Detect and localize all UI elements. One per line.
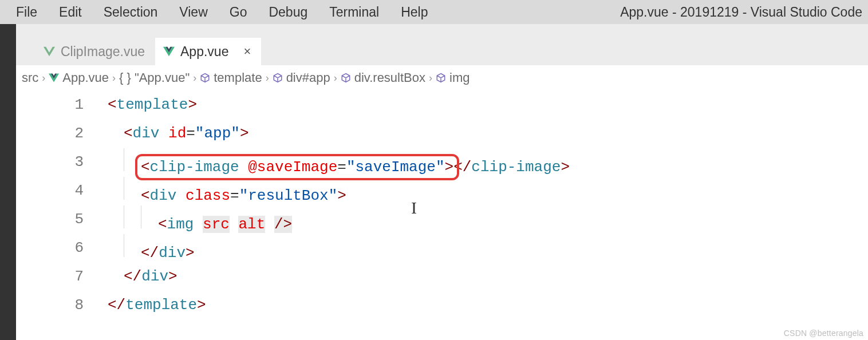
code-line[interactable]: 4<div class="resultBox"> [16, 176, 868, 205]
close-icon[interactable]: × [243, 44, 251, 59]
chevron-right-icon: › [112, 72, 116, 84]
menu-selection[interactable]: Selection [104, 5, 158, 20]
menu-help[interactable]: Help [401, 5, 428, 20]
tab-clipimage[interactable]: ClipImage.vue [35, 38, 155, 65]
crumb-template[interactable]: template [200, 70, 262, 85]
tab-app[interactable]: App.vue × [155, 38, 261, 65]
crumb-scope[interactable]: { } "App.vue" [119, 70, 190, 85]
vue-file-icon [163, 46, 175, 57]
code-content[interactable]: </div> [108, 268, 177, 285]
code-line[interactable]: 6</div> [16, 234, 868, 262]
chevron-right-icon: › [266, 72, 269, 84]
code-line[interactable]: 3<clip-image @saveImage="saveImage"></cl… [16, 148, 868, 176]
menu-go[interactable]: Go [230, 5, 247, 20]
cube-icon [436, 73, 446, 83]
line-number: 8 [16, 296, 108, 314]
code-line[interactable]: 8</template> [16, 291, 868, 319]
vue-file-icon [49, 73, 59, 82]
cube-icon [273, 73, 283, 83]
line-number: 5 [16, 211, 108, 228]
tab-label: App.vue [180, 44, 228, 60]
code-content[interactable]: <clip-image @saveImage="saveImage"></cli… [108, 148, 570, 176]
code-content[interactable]: </template> [108, 296, 206, 314]
crumb-resultbox[interactable]: div.resultBox [341, 70, 425, 85]
chevron-right-icon: › [42, 72, 45, 84]
code-line[interactable]: 1<template> [16, 90, 868, 119]
activity-bar[interactable] [0, 24, 16, 340]
menu-edit[interactable]: Edit [59, 5, 82, 20]
code-content[interactable]: <img src alt /> [108, 205, 292, 233]
line-number: 1 [16, 96, 108, 113]
menu-bar: File Edit Selection View Go Debug Termin… [0, 0, 868, 24]
code-content[interactable]: <div id="app"> [108, 125, 248, 142]
code-line[interactable]: 7</div> [16, 262, 868, 291]
chevron-right-icon: › [429, 72, 432, 84]
braces-icon: { } [119, 70, 131, 85]
crumb-img[interactable]: img [436, 70, 469, 85]
line-number: 4 [16, 182, 108, 199]
chevron-right-icon: › [334, 72, 337, 84]
chevron-right-icon: › [193, 72, 196, 84]
line-number: 2 [16, 125, 108, 142]
code-content[interactable]: <template> [108, 96, 197, 113]
vue-file-icon [44, 46, 55, 57]
menu-view[interactable]: View [179, 5, 207, 20]
line-number: 7 [16, 268, 108, 285]
code-line[interactable]: 2<div id="app"> [16, 119, 868, 148]
watermark: CSDN @betterangela [784, 329, 863, 338]
crumb-divapp[interactable]: div#app [273, 70, 330, 85]
cube-icon [341, 73, 351, 83]
code-content[interactable]: </div> [108, 234, 195, 262]
cube-icon [200, 73, 210, 83]
code-editor[interactable]: 1<template>2<div id="app">3<clip-image @… [16, 90, 868, 340]
tab-label: ClipImage.vue [61, 44, 145, 60]
menu-file[interactable]: File [16, 5, 37, 20]
breadcrumb[interactable]: src › App.vue › { } "App.vue" › template… [16, 65, 868, 90]
code-content[interactable]: <div class="resultBox"> [108, 177, 346, 204]
crumb-src[interactable]: src [22, 70, 38, 85]
window-title: App.vue - 20191219 - Visual Studio Code [620, 5, 868, 20]
line-number: 6 [16, 239, 108, 256]
menu-terminal[interactable]: Terminal [329, 5, 379, 20]
editor-tabs: ClipImage.vue App.vue × [16, 24, 868, 65]
code-line[interactable]: 5<img src alt /> [16, 205, 868, 234]
menu-debug[interactable]: Debug [269, 5, 307, 20]
line-number: 3 [16, 153, 108, 171]
crumb-file[interactable]: App.vue [49, 70, 109, 85]
